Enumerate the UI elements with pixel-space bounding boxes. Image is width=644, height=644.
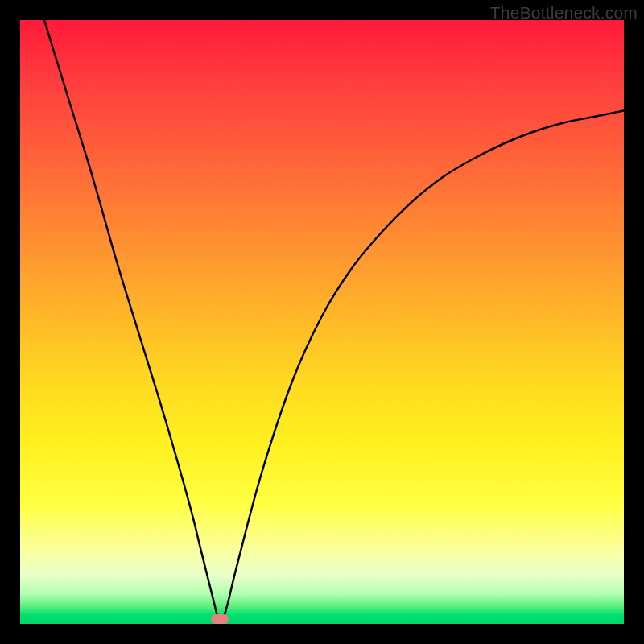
watermark-text: TheBottleneck.com <box>490 3 638 23</box>
optimal-point-marker <box>211 614 229 624</box>
chart-plot-area <box>20 20 624 624</box>
curve-svg <box>20 20 624 624</box>
bottleneck-curve <box>44 20 624 621</box>
